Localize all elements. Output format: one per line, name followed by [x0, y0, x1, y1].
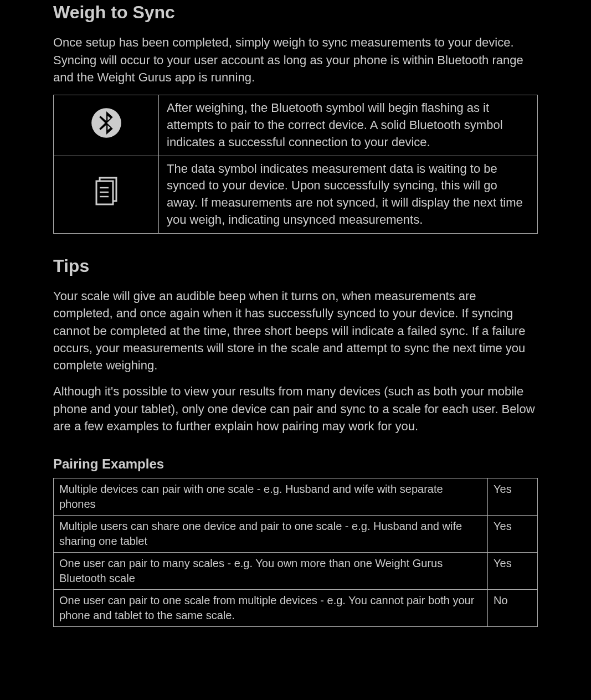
weigh-to-sync-intro: Once setup has been completed, simply we…: [53, 34, 538, 86]
pairing-desc: One user can pair to many scales - e.g. …: [54, 553, 488, 590]
tips-para2: Although it's possible to view your resu…: [53, 383, 538, 435]
pairing-answer: Yes: [488, 553, 538, 590]
pairing-answer: No: [488, 590, 538, 627]
pairing-desc: Multiple devices can pair with one scale…: [54, 478, 488, 516]
tips-para1: Your scale will give an audible beep whe…: [53, 287, 538, 374]
pairing-desc: Multiple users can share one device and …: [54, 516, 488, 553]
pairing-answer: Yes: [488, 478, 538, 516]
pairing-examples-table: Multiple devices can pair with one scale…: [53, 478, 538, 627]
bluetooth-icon: [91, 107, 122, 143]
tips-heading: Tips: [53, 254, 538, 279]
document-icon-cell: [54, 156, 159, 233]
table-row: One user can pair to many scales - e.g. …: [54, 553, 538, 590]
document-description: The data symbol indicates measurement da…: [159, 156, 538, 233]
bluetooth-description: After weighing, the Bluetooth symbol wil…: [159, 95, 538, 156]
pairing-examples-heading: Pairing Examples: [53, 455, 538, 473]
table-row: One user can pair to one scale from mult…: [54, 590, 538, 627]
document-icon: [93, 176, 120, 214]
table-row: After weighing, the Bluetooth symbol wil…: [54, 95, 538, 156]
icon-description-table: After weighing, the Bluetooth symbol wil…: [53, 95, 538, 234]
pairing-desc: One user can pair to one scale from mult…: [54, 590, 488, 627]
bluetooth-icon-cell: [54, 95, 159, 156]
weigh-to-sync-heading: Weigh to Sync: [53, 0, 538, 25]
table-row: Multiple devices can pair with one scale…: [54, 478, 538, 516]
table-row: The data symbol indicates measurement da…: [54, 156, 538, 233]
table-row: Multiple users can share one device and …: [54, 516, 538, 553]
pairing-answer: Yes: [488, 516, 538, 553]
